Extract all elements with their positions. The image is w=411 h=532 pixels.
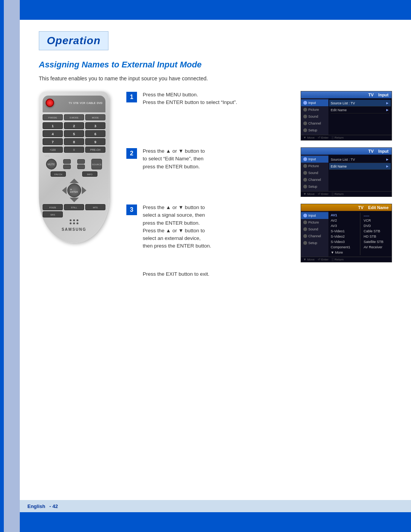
nav-cluster: ⟳ENTER: [43, 179, 105, 202]
step-1-input-item: Input: [301, 99, 328, 106]
prech-button[interactable]: PRE-CH: [85, 147, 105, 153]
smode-button[interactable]: S.MODE: [64, 114, 84, 120]
component1-source: Component1: [331, 244, 357, 250]
num-9-button[interactable]: 9: [85, 138, 105, 145]
step-2-sidebar: Input Picture Sound: [301, 155, 328, 191]
av2-source: AV2: [331, 218, 357, 223]
vol-up-button[interactable]: [63, 159, 71, 164]
speaker-dots: [43, 219, 105, 224]
svideo2-source: S-Video2: [331, 234, 357, 239]
num-6-button[interactable]: 6: [85, 130, 105, 137]
input-labels: TV STB VCR CABLE DVD: [68, 102, 102, 104]
power-button[interactable]: [46, 99, 54, 107]
step-2-menu-body: Input Picture Sound: [301, 155, 392, 191]
step-1-setup-item: Setup: [301, 127, 328, 134]
mts-button[interactable]: MTS: [85, 204, 105, 210]
step-1-picture-item: Picture: [301, 106, 328, 113]
favch-button[interactable]: FAV.CH: [51, 171, 66, 177]
num-2-button[interactable]: 2: [64, 122, 84, 129]
bottom-bar: [20, 512, 411, 532]
step-2-menu: TV Input Input Picture: [301, 147, 392, 197]
vol-up-down: [63, 159, 71, 169]
nav-up-button[interactable]: [70, 179, 79, 183]
section-title: Assigning Names to External Input Mode: [39, 60, 392, 70]
option-hd-stb: HD STB: [364, 234, 390, 239]
option-dots: ......: [364, 212, 390, 218]
step-3-channel-item: Channel: [301, 233, 328, 240]
svideo1-source: S-Video1: [331, 228, 357, 234]
still-button[interactable]: STILL: [64, 204, 84, 210]
nav-middle: ⟳ENTER: [62, 184, 86, 197]
step-1-ui: TV Input Input Picture: [301, 91, 392, 141]
mute-button[interactable]: MUTE: [46, 159, 57, 169]
edit-name-sources: AV1 AV2 AV3 S-Video1 S-Video2 S-Video3 C…: [331, 212, 357, 255]
num-3-button[interactable]: 3: [85, 122, 105, 129]
av1-source: AV1: [331, 212, 357, 218]
intro-text: This feature enables you to name the inp…: [39, 75, 392, 81]
step-1-edit-name-row: Edit Name ►: [331, 107, 389, 113]
step-3-sidebar: Input Picture Sound: [301, 211, 328, 257]
number-grid: 1 2 3 4 5 6 7 8 9: [43, 122, 105, 145]
psize-button[interactable]: P.SIZE: [43, 204, 63, 210]
main-content: Operation Assigning Names to External In…: [20, 20, 411, 500]
mode-button[interactable]: MODE: [85, 114, 105, 120]
pmode-button[interactable]: P.MODE: [43, 114, 63, 120]
step-1-footer: ▼ Move ⏎ Enter ░ Return: [301, 135, 392, 140]
step-3-menu-body: Input Picture Sound: [301, 211, 392, 257]
ch-down-button[interactable]: [77, 165, 85, 169]
language-label: English: [27, 503, 45, 509]
step-2: 2 Press the ▲ or ▼ button to to select “…: [126, 147, 392, 197]
step-2-menu-header: TV Input: [301, 148, 392, 155]
option-dvd: DVD: [364, 223, 390, 228]
nav-left-button[interactable]: [62, 187, 67, 194]
ch-up-button[interactable]: [77, 159, 85, 164]
power-row: TV STB VCR CABLE DVD: [46, 99, 102, 107]
step-3-ui: TV Edit Name Input Picture: [301, 204, 392, 262]
step-1-source-list-row: Source List : TV ►: [329, 100, 391, 107]
num-7-button[interactable]: 7: [43, 138, 63, 145]
step-1-menu-body: Input Picture Sound: [301, 98, 392, 135]
info-button[interactable]: INFO: [82, 171, 97, 177]
step-3-content: AV1 AV2 AV3 S-Video1 S-Video2 S-Video3 C…: [328, 211, 392, 257]
step-2-setup-item: Setup: [301, 183, 328, 190]
option-av-receiver: AV Receiver: [364, 244, 390, 250]
source-button[interactable]: SOURCE: [91, 159, 102, 169]
svideo3-source: S-Video3: [331, 239, 357, 244]
exit-text: Press the EXIT button to exit.: [126, 271, 392, 277]
step-2-source-list-row: Source List : TV ►: [331, 156, 389, 163]
srs-button[interactable]: SRS: [43, 211, 63, 217]
operation-title-box: Operation: [39, 31, 108, 50]
mode-row: P.MODE S.MODE MODE: [43, 114, 105, 120]
remote-top-section: TV STB VCR CABLE DVD: [43, 96, 105, 112]
vol-down-button[interactable]: [63, 165, 71, 169]
remote-container: TV STB VCR CABLE DVD P.MODE S.MODE MODE: [39, 91, 115, 243]
divider: [360, 212, 360, 255]
circular-controls: MUTE SOURCE: [43, 159, 105, 169]
step-3-footer: ▼ Move ⏎ Enter ░ Return: [301, 257, 392, 262]
vol-label: VOL: [45, 155, 50, 157]
top-bar: [20, 0, 411, 20]
num-8-button[interactable]: 8: [64, 138, 84, 145]
fav-info-row: FAV.CH INFO: [43, 171, 105, 177]
nav-enter-button[interactable]: ⟳ENTER: [67, 184, 81, 197]
page-title: Operation: [47, 35, 100, 47]
nav-right-button[interactable]: [82, 187, 86, 194]
plus100-button[interactable]: +100: [43, 147, 63, 153]
step-2-content: Source List : TV ► Edit Name ►: [328, 155, 392, 191]
num-1-button[interactable]: 1: [43, 122, 63, 129]
bottom-status: English - 42: [20, 500, 411, 512]
step-2-channel-item: Channel: [301, 176, 328, 183]
option-cable-stb: Cable STB: [364, 228, 390, 234]
edit-name-options: ...... VCR DVD Cable STB HD STB Satellit…: [364, 212, 390, 255]
step-3-text: Press the ▲ or ▼ button to select a sign…: [143, 204, 295, 250]
nav-down-button[interactable]: [70, 198, 79, 202]
footer-text: English - 42: [27, 503, 58, 509]
num-4-button[interactable]: 4: [43, 130, 63, 137]
step-2-number: 2: [126, 148, 137, 159]
num-5-button[interactable]: 5: [64, 130, 84, 137]
step-2-picture-item: Picture: [301, 163, 328, 169]
num-0-button[interactable]: 0: [64, 147, 84, 153]
dot-row-2: [70, 222, 78, 224]
step-3-number: 3: [126, 204, 137, 215]
left-sidebar: [0, 0, 20, 532]
